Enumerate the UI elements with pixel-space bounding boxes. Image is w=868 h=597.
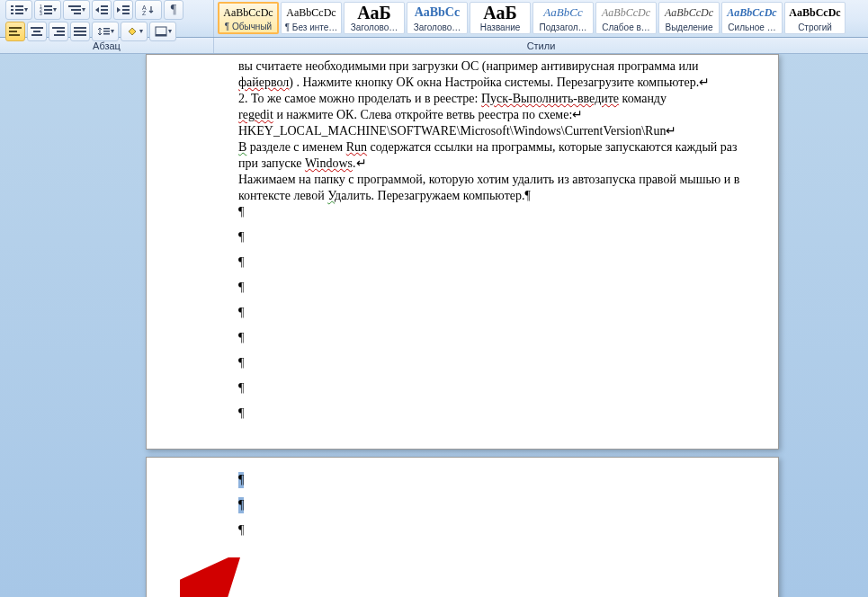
empty-paragraph-mark[interactable]: ¶ xyxy=(238,405,751,431)
doc-text-grammarerror[interactable]: У xyxy=(327,189,335,202)
doc-text-spellerror[interactable]: Run xyxy=(346,140,367,154)
document-workspace: вы считаете необходимыми при загрузки ОС… xyxy=(0,54,868,597)
style-sample: AaBbCcDc xyxy=(596,3,656,22)
doc-text-spellerror[interactable]: Windows xyxy=(305,156,353,170)
style-sample: AaBbCcDc xyxy=(659,3,719,22)
doc-text[interactable]: HKEY_LOCAL_MACHINE\SOFTWARE\Microsoft\Wi… xyxy=(238,124,676,138)
empty-paragraph-mark[interactable]: ¶ xyxy=(238,229,751,254)
svg-rect-32 xyxy=(57,31,65,32)
bullets-button[interactable]: ▾ xyxy=(5,0,32,20)
empty-paragraph-mark[interactable]: ¶ xyxy=(238,280,751,305)
style-sample: АаБ xyxy=(470,3,530,22)
svg-rect-38 xyxy=(103,31,110,32)
document-body-text[interactable]: ¶¶ ¶ xyxy=(147,458,778,548)
style-tile-2[interactable]: АаБЗаголово… xyxy=(344,2,405,34)
empty-paragraph-mark[interactable]: ¶ xyxy=(238,522,751,548)
style-label: Выделение xyxy=(659,22,719,32)
style-tile-1[interactable]: AaBbCcDc¶ Без инте… xyxy=(281,2,342,34)
selected-paragraph-mark[interactable]: ¶ xyxy=(238,472,751,497)
doc-text[interactable]: 2. То же самое можно проделать и в реест… xyxy=(238,92,481,105)
svg-rect-33 xyxy=(54,34,65,36)
svg-rect-20 xyxy=(122,5,130,7)
svg-rect-1 xyxy=(15,5,23,7)
style-label: Слабое в… xyxy=(596,22,656,32)
style-tile-5[interactable]: AaBbCcПодзагол… xyxy=(532,2,594,34)
style-sample: AaBbCcDc xyxy=(219,4,277,22)
ribbon: ▾ 123▾ ▾ AZ ¶ xyxy=(0,0,868,38)
svg-rect-30 xyxy=(31,34,42,36)
empty-paragraph-mark[interactable]: ¶ xyxy=(238,380,751,405)
svg-rect-7 xyxy=(44,5,52,7)
empty-paragraph-mark[interactable]: ¶ xyxy=(238,204,751,229)
svg-rect-16 xyxy=(101,5,108,7)
decrease-indent-button[interactable] xyxy=(92,0,112,20)
svg-rect-3 xyxy=(15,9,23,11)
svg-rect-21 xyxy=(122,9,130,11)
svg-rect-11 xyxy=(44,13,52,14)
svg-rect-29 xyxy=(33,31,40,32)
doc-text[interactable]: разделе с именем xyxy=(246,140,345,154)
document-body-text[interactable]: вы считаете необходимыми при загрузки ОС… xyxy=(147,55,778,431)
svg-rect-18 xyxy=(101,13,108,14)
styles-gallery[interactable]: AaBbCcDc¶ ОбычныйAaBbCcDc¶ Без инте…АаБЗ… xyxy=(214,0,868,37)
svg-rect-34 xyxy=(74,27,86,29)
style-tile-6[interactable]: AaBbCcDcСлабое в… xyxy=(595,2,657,34)
sort-button[interactable]: AZ xyxy=(135,0,162,20)
paragraph-group: ▾ 123▾ ▾ AZ ¶ xyxy=(0,0,214,37)
svg-rect-9 xyxy=(44,9,52,11)
svg-text:3: 3 xyxy=(40,11,42,15)
doc-text-grammarerror[interactable]: В xyxy=(238,140,246,154)
svg-rect-31 xyxy=(52,27,65,29)
svg-rect-13 xyxy=(71,9,81,11)
svg-rect-0 xyxy=(11,5,13,7)
svg-rect-27 xyxy=(9,34,20,36)
svg-text:Z: Z xyxy=(142,10,147,15)
style-tile-9[interactable]: AaBbCcDcСтрогий xyxy=(784,2,846,34)
paragraph-group-label: Абзац xyxy=(0,38,214,53)
empty-paragraph-mark[interactable]: ¶ xyxy=(238,254,751,280)
style-label: Строгий xyxy=(785,22,845,32)
svg-rect-35 xyxy=(74,31,86,32)
doc-text[interactable]: далить. Перезагружаем компьютер.¶ xyxy=(335,189,531,202)
style-sample: AaBbCcDc xyxy=(722,3,782,22)
style-label: Заголово… xyxy=(407,22,467,32)
svg-rect-12 xyxy=(68,5,81,7)
numbering-button[interactable]: 123▾ xyxy=(34,0,61,20)
empty-paragraph-mark[interactable]: ¶ xyxy=(238,355,751,380)
ribbon-group-labels: Абзац Стили xyxy=(0,38,868,54)
doc-text[interactable]: команду xyxy=(619,92,667,105)
style-label: Заголово… xyxy=(345,22,404,32)
document-page-2[interactable]: ¶¶ ¶ xyxy=(146,457,779,597)
svg-rect-39 xyxy=(103,33,110,35)
doc-text-spellerror[interactable]: файервол xyxy=(238,76,289,89)
doc-text[interactable]: вы считаете необходимыми при загрузки ОС… xyxy=(238,59,698,73)
style-sample: AaBbCcDc xyxy=(282,3,341,22)
style-sample: AaBbCc xyxy=(533,3,593,22)
doc-text[interactable]: .↵ xyxy=(353,156,367,170)
svg-rect-2 xyxy=(11,9,13,11)
doc-text-spellerror[interactable]: Пуск-Выполнить-введите xyxy=(481,92,619,105)
style-label: Название xyxy=(470,22,530,32)
style-label: ¶ Обычный xyxy=(219,22,277,31)
style-tile-7[interactable]: AaBbCcDcВыделение xyxy=(658,2,720,34)
svg-marker-19 xyxy=(117,7,121,13)
style-tile-4[interactable]: АаБНазвание xyxy=(470,2,531,34)
doc-text[interactable]: и нажмите ОК. Слева откройте ветвь реест… xyxy=(273,108,583,121)
multilevel-list-button[interactable]: ▾ xyxy=(63,0,90,20)
style-tile-8[interactable]: AaBbCcDcСильное … xyxy=(721,2,783,34)
style-sample: АаБ xyxy=(345,3,404,22)
increase-indent-button[interactable] xyxy=(113,0,133,20)
svg-rect-17 xyxy=(101,9,108,11)
document-page-1[interactable]: вы считаете необходимыми при загрузки ОС… xyxy=(146,54,779,450)
empty-paragraph-mark[interactable]: ¶ xyxy=(238,305,751,330)
style-tile-0[interactable]: AaBbCcDc¶ Обычный xyxy=(218,2,279,34)
show-hide-pilcrow-button[interactable]: ¶ xyxy=(164,0,183,20)
selected-paragraph-mark[interactable]: ¶ xyxy=(238,497,751,522)
style-label: ¶ Без инте… xyxy=(282,22,341,32)
doc-text-spellerror[interactable]: regedit xyxy=(238,108,273,121)
empty-paragraph-mark[interactable]: ¶ xyxy=(238,330,751,355)
style-sample: АаВbCc xyxy=(407,3,467,22)
style-tile-3[interactable]: АаВbCcЗаголово… xyxy=(407,2,468,34)
doc-text[interactable]: ) . Нажмите кнопку ОК окна Настройка сис… xyxy=(289,76,710,89)
svg-rect-41 xyxy=(156,34,166,36)
